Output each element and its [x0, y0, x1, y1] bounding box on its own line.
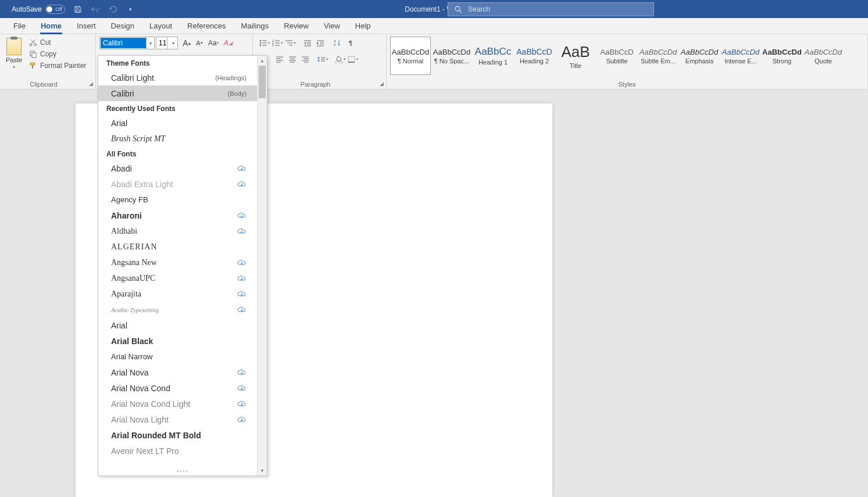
svg-point-12	[259, 42, 261, 44]
increase-indent-button[interactable]	[315, 37, 326, 49]
paste-button[interactable]: Paste ▾	[3, 37, 24, 70]
cloud-download-icon[interactable]	[237, 228, 249, 235]
font-entry[interactable]: Arial Nova	[98, 364, 257, 380]
save-icon[interactable]	[73, 5, 83, 14]
font-entry[interactable]: Brush Script MT	[98, 131, 257, 146]
cloud-download-icon[interactable]	[237, 275, 249, 282]
shading-button[interactable]	[334, 53, 346, 66]
tab-help[interactable]: Help	[348, 18, 378, 34]
resize-grip-icon[interactable]: ••••	[177, 469, 189, 474]
change-case-button[interactable]: Aa▾	[207, 37, 220, 49]
cloud-download-icon[interactable]	[237, 181, 249, 188]
multilevel-list-button[interactable]	[284, 37, 296, 49]
align-left-button[interactable]	[274, 53, 285, 66]
qat-customize-icon[interactable]: ▾	[126, 5, 135, 14]
cloud-download-icon[interactable]	[237, 212, 249, 219]
autosave-toggle[interactable]: AutoSave Off	[0, 5, 65, 14]
scroll-thumb[interactable]	[259, 66, 266, 98]
tab-home[interactable]: Home	[33, 18, 69, 34]
font-entry[interactable]: Arial Nova Light	[98, 412, 257, 427]
style-item[interactable]: AaBbCcDdSubtle Em...	[638, 37, 678, 75]
style-item[interactable]: AaBbCcDSubtitle	[596, 37, 637, 75]
cloud-download-icon[interactable]	[237, 306, 249, 313]
cloud-download-icon[interactable]	[237, 259, 249, 266]
svg-point-0	[455, 6, 460, 11]
chevron-down-icon[interactable]: ▾	[146, 37, 154, 49]
borders-button[interactable]	[347, 53, 359, 66]
font-entry[interactable]: Aparajita	[98, 286, 257, 302]
font-entry[interactable]: Abadi	[98, 160, 257, 176]
clear-formatting-button[interactable]: A◢	[223, 37, 234, 49]
decrease-indent-button[interactable]	[302, 37, 313, 49]
tab-mailings[interactable]: Mailings	[234, 18, 277, 34]
font-entry[interactable]: Arial	[98, 317, 257, 333]
sort-button[interactable]: AZ	[332, 37, 344, 49]
undo-icon[interactable]	[91, 5, 100, 14]
search-box[interactable]	[448, 2, 654, 16]
tab-references[interactable]: References	[180, 18, 233, 34]
chevron-down-icon[interactable]: ▾	[167, 37, 178, 49]
cloud-download-icon[interactable]	[237, 291, 249, 298]
line-spacing-button[interactable]	[317, 53, 328, 66]
dialog-launcher-icon[interactable]: ◢	[89, 81, 93, 87]
show-marks-button[interactable]: ¶	[345, 37, 356, 49]
style-item[interactable]: AaBbCcDdQuote	[803, 37, 844, 75]
style-item[interactable]: AaBbCcHeading 1	[473, 37, 513, 75]
font-entry[interactable]: Avenir Next LT Pro	[98, 443, 257, 459]
style-item[interactable]: AaBbCcDdEmphasis	[679, 37, 720, 75]
svg-point-10	[259, 40, 261, 42]
font-entry[interactable]: Calibri(Body)	[98, 85, 257, 101]
scroll-down-icon[interactable]: ▾	[258, 466, 267, 475]
scroll-up-icon[interactable]: ▴	[258, 56, 267, 66]
font-entry[interactable]: Arial Nova Cond	[98, 380, 257, 396]
grow-font-button[interactable]: A▴	[181, 37, 192, 49]
cloud-download-icon[interactable]	[237, 165, 249, 172]
cut-button[interactable]: Cut	[28, 38, 87, 47]
bullets-button[interactable]	[259, 37, 270, 49]
cloud-download-icon[interactable]	[237, 385, 249, 392]
style-item[interactable]: AaBbCcDHeading 2	[514, 37, 555, 75]
font-entry[interactable]: Arial	[98, 115, 257, 131]
font-name-combo[interactable]: ▾	[99, 37, 155, 49]
tab-design[interactable]: Design	[103, 18, 142, 34]
tab-insert[interactable]: Insert	[69, 18, 103, 34]
align-center-button[interactable]	[287, 53, 298, 66]
shrink-font-button[interactable]: A▾	[194, 37, 205, 49]
font-entry[interactable]: Arial Black	[98, 333, 257, 349]
font-entry[interactable]: Aldhabi	[98, 223, 257, 239]
dialog-launcher-icon[interactable]: ◢	[380, 81, 384, 87]
tab-file[interactable]: File	[6, 18, 33, 34]
style-item[interactable]: AaBbCcDd¶ No Spac...	[431, 37, 472, 75]
font-entry[interactable]: Abadi Extra Light	[98, 176, 257, 192]
style-item[interactable]: AaBbCcDd¶ Normal	[390, 37, 431, 75]
tab-review[interactable]: Review	[276, 18, 316, 34]
font-entry[interactable]: Aharoni	[98, 208, 257, 223]
style-item[interactable]: AaBbCcDdStrong	[762, 37, 802, 75]
format-painter-button[interactable]: Format Painter	[28, 61, 87, 70]
font-name-input[interactable]	[101, 38, 146, 48]
numbering-button[interactable]: 123	[272, 37, 283, 49]
font-entry[interactable]: Arial Nova Cond Light	[98, 396, 257, 412]
cloud-download-icon[interactable]	[237, 416, 249, 423]
cloud-download-icon[interactable]	[237, 401, 249, 407]
font-entry[interactable]: AngsanaUPC	[98, 270, 257, 286]
font-entry[interactable]: Calibri Light(Headings)	[98, 70, 257, 85]
tab-view[interactable]: View	[316, 18, 348, 34]
align-right-button[interactable]	[299, 53, 311, 66]
scrollbar[interactable]: ▴ ▾	[257, 56, 267, 475]
style-preview: AaBbCcD	[600, 48, 633, 56]
font-entry[interactable]: Angsana New	[98, 255, 257, 270]
style-item[interactable]: AaBTitle	[555, 37, 596, 75]
style-item[interactable]: AaBbCcDdIntense E...	[720, 37, 761, 75]
search-input[interactable]	[468, 5, 648, 13]
font-size-combo[interactable]: 11 ▾	[156, 37, 178, 49]
font-entry[interactable]: Agency FB	[98, 192, 257, 208]
font-entry[interactable]: Arial Narrow	[98, 349, 257, 364]
tab-layout[interactable]: Layout	[142, 18, 180, 34]
redo-icon[interactable]	[108, 5, 117, 14]
font-entry[interactable]: ALGERIAN	[98, 239, 257, 255]
copy-button[interactable]: Copy	[28, 49, 87, 59]
font-entry[interactable]: Arabic Typesetting	[98, 302, 257, 317]
font-entry[interactable]: Arial Rounded MT Bold	[98, 427, 257, 443]
cloud-download-icon[interactable]	[237, 369, 249, 376]
